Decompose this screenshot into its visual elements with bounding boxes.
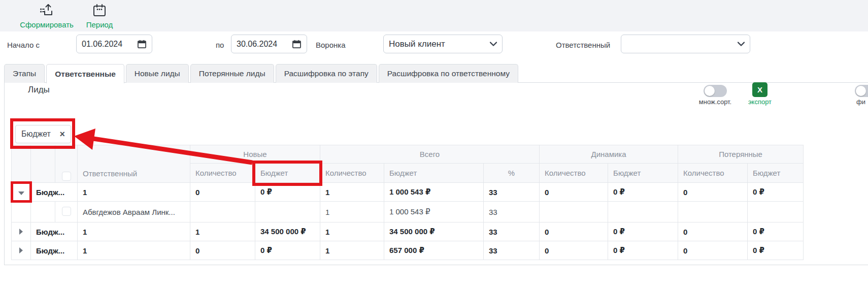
cell: 0 ₽ xyxy=(608,222,678,241)
cell: 657 000 ₽ xyxy=(384,241,484,260)
export-label[interactable]: экспорт xyxy=(737,98,783,106)
cell: 0 xyxy=(190,241,255,260)
table-row-child-1: Абвгдежов Авраам Линк... 1 1 000 543 ₽ 3… xyxy=(12,202,804,222)
generate-report-icon xyxy=(39,3,55,19)
cell: 34 500 000 ₽ xyxy=(255,222,320,241)
end-date-input[interactable]: 30.06.2024 xyxy=(231,35,307,53)
start-date-input[interactable]: 01.06.2024 xyxy=(76,35,152,53)
col-poteryannye-kolichestvo[interactable]: Количество xyxy=(678,164,748,183)
col-novye-kolichestvo[interactable]: Количество xyxy=(190,164,255,183)
cell xyxy=(748,202,804,222)
col-novye-budget[interactable]: Бюджет xyxy=(255,164,320,183)
multisort-toggle[interactable] xyxy=(704,85,727,97)
report-tabs: Этапы Ответственные Новые лиды Потерянны… xyxy=(4,64,518,83)
responsible-cell: 1 xyxy=(78,222,190,241)
group-vsego: Всего xyxy=(320,145,540,164)
end-date-value: 30.06.2024 xyxy=(237,40,292,49)
cell: 0 xyxy=(678,222,748,241)
tab-poteryannye-lidy[interactable]: Потерянные лиды xyxy=(190,64,274,83)
cell: 33 xyxy=(484,202,540,222)
cell: 34 500 000 ₽ xyxy=(384,222,484,241)
responsible-cell: 1 xyxy=(78,241,190,260)
col-percent[interactable]: % xyxy=(484,164,540,183)
expand-row-icon[interactable] xyxy=(19,247,23,253)
responsible-select[interactable] xyxy=(621,35,750,53)
multisort-label: множ.сорт. xyxy=(692,98,738,106)
start-date-label: Начало с xyxy=(7,41,40,49)
cell: 1 000 543 ₽ xyxy=(384,202,484,222)
cell: 0 xyxy=(540,241,608,260)
select-all-checkbox[interactable] xyxy=(62,172,71,181)
cell: 1 xyxy=(320,241,384,260)
cell: 0 ₽ xyxy=(608,241,678,260)
cell: 0 xyxy=(540,222,608,241)
expand-row-icon[interactable] xyxy=(19,229,23,235)
cell: 1 xyxy=(190,222,255,241)
tab-etapy[interactable]: Этапы xyxy=(4,64,45,83)
cell xyxy=(540,202,608,222)
chevron-down-icon xyxy=(738,42,745,46)
group-label-cell: Бюдж... xyxy=(31,222,78,241)
cell: 0 ₽ xyxy=(748,222,804,241)
period-calendar-icon xyxy=(91,3,108,19)
period-label: Период xyxy=(66,20,132,29)
cell xyxy=(255,202,320,222)
row-checkbox[interactable] xyxy=(62,207,71,216)
period-button[interactable]: Период xyxy=(66,3,132,29)
table-row-group-3: Бюдж... 1 0 0 ₽ 1 657 000 ₽ 33 0 0 ₽ 0 0… xyxy=(12,241,804,260)
cell: 0 xyxy=(678,183,748,202)
funnel-label: Воронка xyxy=(316,41,346,49)
cell xyxy=(190,202,255,222)
filter-toggle[interactable] xyxy=(855,85,868,97)
responsible-cell: 1 xyxy=(78,183,190,202)
responsibles-table: Ответственный Новые Всего Динамика Потер… xyxy=(11,145,804,260)
top-toolbar: Сформировать Период xyxy=(0,0,868,31)
cell: 0 xyxy=(190,183,255,202)
excel-export-icon[interactable]: X xyxy=(752,82,767,97)
cell: 33 xyxy=(484,183,540,202)
calendar-icon[interactable] xyxy=(292,39,302,49)
panel-title: Лиды xyxy=(28,85,50,95)
col-vsego-budget[interactable]: Бюджет xyxy=(384,164,484,183)
cell: 0 ₽ xyxy=(255,183,320,202)
funnel-value: Новый клиент xyxy=(389,39,490,49)
tab-otvetstvennye[interactable]: Ответственные xyxy=(46,64,124,83)
cell: 33 xyxy=(484,241,540,260)
col-poteryannye-budget[interactable]: Бюджет xyxy=(748,164,804,183)
group-label-cell: Бюдж... xyxy=(31,241,78,260)
tab-novye-lidy[interactable]: Новые лиды xyxy=(126,64,189,83)
col-dinamika-budget[interactable]: Бюджет xyxy=(608,164,678,183)
cell: 1 xyxy=(320,202,384,222)
group-label-header-cell xyxy=(31,145,55,183)
select-all-cell xyxy=(55,145,78,183)
budget-filter-chip[interactable]: Бюджет × xyxy=(15,125,71,143)
tab-rasshifrovka-po-otvetstvennomu[interactable]: Расшифровка по ответственному xyxy=(379,64,518,83)
responsible-cell[interactable]: Абвгдежов Авраам Линк... xyxy=(78,202,190,222)
responsible-label: Ответственный xyxy=(556,41,610,49)
cell xyxy=(608,202,678,222)
cell: 0 ₽ xyxy=(748,241,804,260)
chevron-down-icon xyxy=(490,42,497,46)
col-dinamika-kolichestvo[interactable]: Количество xyxy=(540,164,608,183)
cell: 0 ₽ xyxy=(608,183,678,202)
collapse-row-icon[interactable] xyxy=(18,192,24,195)
tab-rasshifrovka-po-etapu[interactable]: Расшифровка по этапу xyxy=(276,64,377,83)
cell: 1 xyxy=(320,222,384,241)
cell: 1 xyxy=(320,183,384,202)
group-novye: Новые xyxy=(190,145,320,164)
table-row-group-2: Бюдж... 1 1 34 500 000 ₽ 1 34 500 000 ₽ … xyxy=(12,222,804,241)
cell: 0 xyxy=(540,183,608,202)
col-vsego-kolichestvo[interactable]: Количество xyxy=(320,164,384,183)
group-poteryannye: Потерянные xyxy=(678,145,804,164)
cell: 0 ₽ xyxy=(255,241,320,260)
group-dinamika: Динамика xyxy=(540,145,678,164)
cell xyxy=(678,202,748,222)
expander-header-cell xyxy=(12,145,31,183)
calendar-icon[interactable] xyxy=(137,39,147,49)
to-label: по xyxy=(216,41,224,49)
filter-toggle-label: фи xyxy=(856,98,868,106)
cell: 0 xyxy=(678,241,748,260)
col-responsible[interactable]: Ответственный xyxy=(78,145,190,183)
funnel-select[interactable]: Новый клиент xyxy=(383,35,503,53)
chip-close-icon[interactable]: × xyxy=(59,130,65,139)
